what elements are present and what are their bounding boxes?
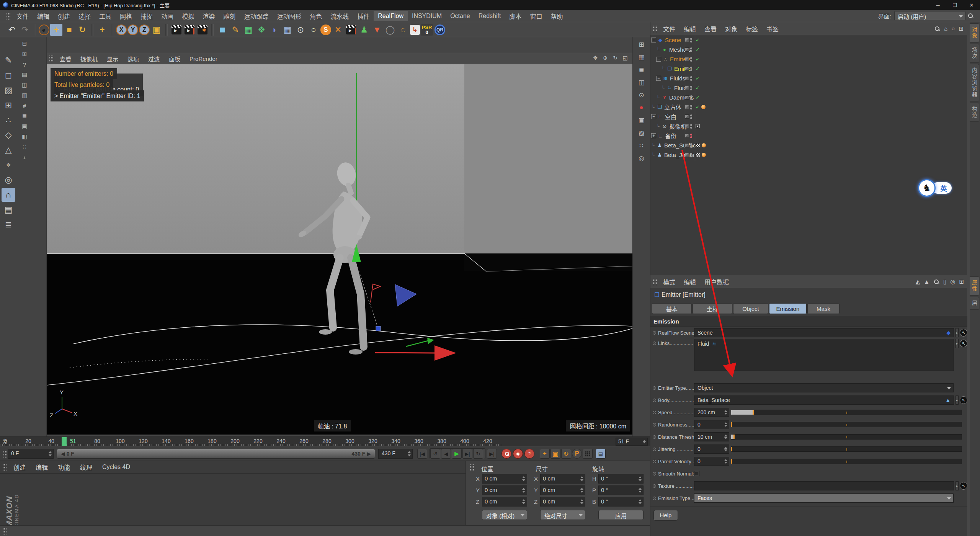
render-to-picture-viewer-button[interactable] <box>183 24 196 36</box>
attr-field-link[interactable]: Beta_Surface▲ <box>694 395 954 405</box>
coord-field[interactable]: 0 cm <box>482 474 527 484</box>
expander-icon[interactable]: − <box>656 57 661 62</box>
menu-item-Octane[interactable]: Octane <box>446 11 474 21</box>
enabled-check-icon[interactable]: ✓ <box>696 85 700 91</box>
attr-dropdown[interactable]: Object <box>694 383 954 392</box>
menu-item-编辑[interactable]: 编辑 <box>33 10 54 22</box>
make-editable-button[interactable]: ✎ <box>2 54 15 67</box>
menu-item-RealFlow[interactable]: RealFlow <box>374 11 408 21</box>
attr-slider[interactable] <box>731 422 962 427</box>
object-name[interactable]: Beta_Surface <box>664 142 699 149</box>
home-icon[interactable]: ⌂ <box>944 25 947 32</box>
menu-item-运动跟踪[interactable]: 运动跟踪 <box>240 10 273 22</box>
material-menu-纹理[interactable]: 纹理 <box>75 461 97 473</box>
texture-mode-button[interactable]: ▨ <box>2 83 15 97</box>
tree-row-Emitter[interactable]: └❒Emitter✓ <box>650 64 967 74</box>
object-tags[interactable]: ✓ <box>696 47 700 52</box>
material-menu-功能[interactable]: 功能 <box>53 461 75 473</box>
visibility-dots[interactable] <box>690 76 692 81</box>
attr-field-linkbox[interactable]: Fluid≋ <box>694 339 954 371</box>
timeline-start-field[interactable]: 0 F <box>8 449 54 459</box>
viewport-menu-面板[interactable]: 面板 <box>164 54 185 64</box>
undo-button[interactable]: ↶ <box>6 24 18 36</box>
tab-Mask[interactable]: Mask <box>807 303 840 314</box>
panel-toggle-button[interactable]: ◫ <box>20 80 29 90</box>
points-mode-button[interactable]: ∴ <box>2 113 15 127</box>
am-menu-模式[interactable]: 模式 <box>659 276 679 288</box>
attr-field-link[interactable]: Scene◆ <box>694 328 954 337</box>
mini-expand-icon[interactable]: ▸ <box>956 395 959 405</box>
keyframe-dot-icon[interactable] <box>653 386 656 390</box>
close-button[interactable]: ✕ <box>963 0 980 10</box>
tab-坐标[interactable]: 坐标 <box>693 303 732 314</box>
material-menu-Cycles 4D[interactable]: Cycles 4D <box>97 462 135 472</box>
dock-tab-层[interactable]: 层 <box>970 297 979 310</box>
visibility-dots[interactable] <box>690 143 692 148</box>
edges-mode-button[interactable]: ◇ <box>2 128 15 142</box>
scale-tool-button[interactable]: ■ <box>63 24 75 36</box>
visibility-toggles[interactable] <box>685 57 692 62</box>
record-rotation-button[interactable]: ↻ <box>561 449 571 459</box>
dock-tab-场次[interactable]: 场次 <box>970 44 979 63</box>
texture-tag-icon[interactable] <box>696 153 700 157</box>
attr-dropdown[interactable]: Faces <box>694 494 954 503</box>
visibility-dots[interactable] <box>690 114 692 119</box>
menu-item-捕捉[interactable]: 捕捉 <box>136 10 157 22</box>
panel-grip[interactable] <box>470 464 474 471</box>
dock-tab-属性[interactable]: 属性 <box>970 276 979 296</box>
keyframe-dot-icon[interactable] <box>653 460 656 463</box>
object-picker-icon[interactable]: ↖ <box>960 396 967 404</box>
keyframe-dot-icon[interactable] <box>653 435 656 439</box>
target-icon[interactable]: ◎ <box>950 278 955 285</box>
record-scale-button[interactable]: ▣ <box>550 449 560 459</box>
sketch-material-button[interactable]: S <box>320 25 331 35</box>
attr-slider[interactable] <box>731 410 962 415</box>
stepper-icon[interactable] <box>724 457 728 466</box>
menu-item-窗口[interactable]: 窗口 <box>526 10 546 22</box>
coord-field[interactable]: 0 cm <box>540 497 585 507</box>
object-picker-icon[interactable]: ↖ <box>960 329 967 337</box>
apply-button[interactable]: 应用 <box>598 510 644 520</box>
layer-toggle-icon[interactable] <box>685 76 689 80</box>
om-menu-查看[interactable]: 查看 <box>700 23 721 34</box>
object-tags[interactable]: ✓ <box>696 75 700 81</box>
layer-toggle-icon[interactable] <box>685 134 689 138</box>
coord-field[interactable]: 0 ° <box>598 474 644 484</box>
keyframe-dot-icon[interactable] <box>653 423 656 427</box>
object-name[interactable]: 空白 <box>665 113 676 121</box>
keyframe-dot-icon[interactable] <box>653 399 656 402</box>
object-tags[interactable]: ✓ <box>696 37 700 43</box>
snap-magnet-button[interactable]: ∩ <box>2 188 15 202</box>
pen-spline-button[interactable]: ✎ <box>229 24 242 36</box>
stepper-icon[interactable] <box>642 438 647 445</box>
menu-item-流水线[interactable]: 流水线 <box>326 10 353 22</box>
panel-grip[interactable] <box>653 25 657 32</box>
target-view-button[interactable]: ◎ <box>636 153 647 163</box>
panel-grip[interactable] <box>49 55 54 62</box>
model-mode-button[interactable]: ◻ <box>2 69 15 82</box>
viewport-menu-选项[interactable]: 选项 <box>123 54 144 64</box>
box-toggle-button[interactable]: ▣ <box>20 122 29 131</box>
visibility-toggles[interactable] <box>685 67 692 71</box>
realflow-import-button[interactable]: ▼ <box>371 24 383 36</box>
object-tags[interactable]: ✓ <box>696 104 706 110</box>
visibility-dots[interactable] <box>690 134 692 138</box>
viewport-menu-ProRender[interactable]: ProRender <box>185 54 222 63</box>
attr-field-link[interactable] <box>694 481 954 490</box>
filter-panel-button[interactable]: ▤ <box>20 70 29 79</box>
add-icon[interactable]: ⊞ <box>959 278 964 285</box>
visibility-toggles[interactable] <box>685 143 692 148</box>
tree-row-Daemons[interactable]: └YDaemons✓ <box>650 93 967 102</box>
deformer-button[interactable]: ◗ <box>268 24 281 36</box>
mode-dropdown[interactable]: 对象 (相对) <box>482 510 527 520</box>
enabled-check-icon[interactable]: ✓ <box>696 66 700 72</box>
help-button[interactable]: ? <box>20 60 29 69</box>
enabled-check-icon[interactable]: ✓ <box>696 47 700 52</box>
enabled-check-icon[interactable]: ✓ <box>696 95 700 100</box>
visibility-dots[interactable] <box>690 38 692 42</box>
visibility-toggles[interactable] <box>685 86 692 90</box>
enabled-check-icon[interactable]: ✓ <box>696 56 700 62</box>
record-pla-button[interactable] <box>583 449 593 459</box>
object-name[interactable]: Scene <box>665 37 681 43</box>
tree-row-立方体[interactable]: └❒立方体✓ <box>650 102 967 112</box>
